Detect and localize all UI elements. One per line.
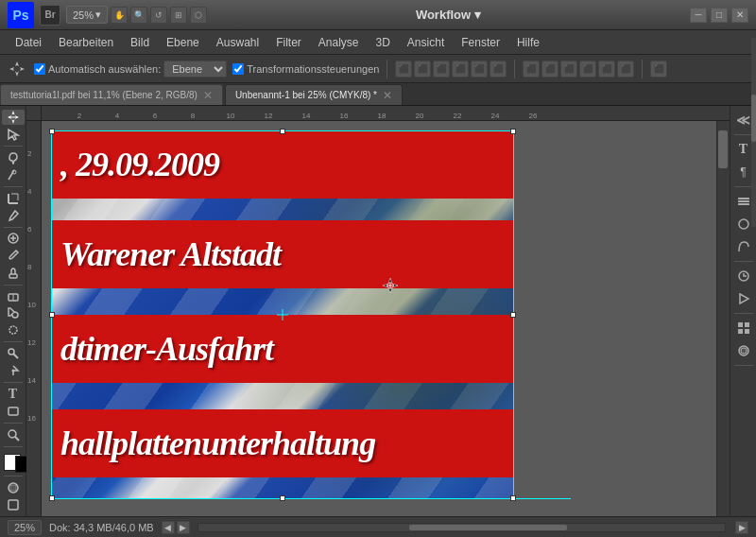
bridge-logo[interactable]: Br bbox=[40, 5, 60, 26]
right-panel: ≪ T ¶ bbox=[730, 106, 756, 516]
opt-sep2 bbox=[514, 60, 515, 78]
auto-align-icon[interactable]: ⬛ bbox=[650, 61, 667, 78]
flyer-text-4: hallplattenunterhaltung bbox=[60, 424, 375, 463]
grid-icon[interactable]: ⊞ bbox=[170, 7, 187, 24]
menu-hilfe[interactable]: Hilfe bbox=[509, 33, 547, 52]
swatches-panel-btn[interactable] bbox=[733, 318, 754, 338]
dist-center-h-icon[interactable]: ⬛ bbox=[541, 61, 558, 78]
svg-rect-29 bbox=[738, 200, 749, 202]
close-button[interactable]: ✕ bbox=[731, 8, 748, 23]
menu-auswahl[interactable]: Auswahl bbox=[209, 33, 266, 52]
history-panel-btn[interactable] bbox=[733, 266, 754, 286]
arrange-icon[interactable]: ⬡ bbox=[190, 7, 207, 24]
workflow-button[interactable]: Workflow ▾ bbox=[416, 8, 481, 22]
dist-right-icon[interactable]: ⬛ bbox=[560, 61, 577, 78]
tab-pdf-close[interactable]: ✕ bbox=[203, 89, 213, 102]
flyer-image: , 29.09.2009 Warener Altstadt dtimer-Aus… bbox=[51, 130, 514, 499]
right-sep2 bbox=[734, 186, 753, 187]
ruler-mark: 10 bbox=[227, 112, 235, 120]
scroll-right[interactable]: ▶ bbox=[735, 521, 748, 534]
text-tool[interactable]: T bbox=[2, 387, 25, 402]
align-bottom-icon[interactable]: ⬛ bbox=[490, 61, 507, 78]
eyedropper-tool[interactable] bbox=[2, 208, 25, 223]
menu-filter[interactable]: Filter bbox=[268, 33, 309, 52]
zoom-display[interactable]: 25% bbox=[8, 520, 42, 535]
actions-panel-btn[interactable] bbox=[733, 288, 754, 309]
align-center-h-icon[interactable]: ⬛ bbox=[414, 61, 431, 78]
hscroll-thumb[interactable] bbox=[409, 525, 567, 530]
tool-sep6 bbox=[4, 382, 23, 383]
nav-prev[interactable]: ◀ bbox=[162, 521, 175, 534]
vscroll-thumb[interactable] bbox=[718, 130, 728, 168]
eraser-tool[interactable] bbox=[2, 288, 25, 303]
svg-rect-30 bbox=[738, 203, 749, 205]
healing-tool[interactable] bbox=[2, 231, 25, 246]
blur-tool[interactable] bbox=[2, 322, 25, 338]
tool-sep1 bbox=[4, 146, 23, 147]
layer-select[interactable]: Ebene Gruppe bbox=[163, 61, 227, 78]
distribute-icons: ⬛ ⬛ ⬛ ⬛ ⬛ ⬛ bbox=[523, 61, 634, 78]
dist-top-icon[interactable]: ⬛ bbox=[579, 61, 596, 78]
lasso-tool[interactable] bbox=[2, 150, 25, 165]
move-tool[interactable] bbox=[2, 110, 25, 125]
right-sep1 bbox=[734, 134, 753, 135]
auto-select-checkbox[interactable] bbox=[34, 63, 45, 75]
menu-bearbeiten[interactable]: Bearbeiten bbox=[51, 33, 121, 52]
dist-center-v-icon[interactable]: ⬛ bbox=[598, 61, 615, 78]
tab-cmyk[interactable]: Unbenannt-1 bei 25% (CMYK/8) * ✕ bbox=[225, 84, 403, 105]
align-right-icon[interactable]: ⬛ bbox=[433, 61, 450, 78]
align-left-icon[interactable]: ⬛ bbox=[395, 61, 412, 78]
pen-tool[interactable] bbox=[2, 363, 25, 378]
right-sep4 bbox=[734, 313, 753, 314]
align-top-icon[interactable]: ⬛ bbox=[452, 61, 469, 78]
magic-wand-tool[interactable] bbox=[2, 167, 25, 182]
svg-marker-1 bbox=[8, 111, 19, 124]
screen-mode-btn[interactable] bbox=[2, 497, 25, 512]
menu-bild[interactable]: Bild bbox=[123, 33, 157, 52]
hand-tool-icon[interactable]: ✋ bbox=[111, 7, 128, 24]
opt-sep3 bbox=[642, 60, 643, 78]
rotate-tool-icon[interactable]: ↺ bbox=[150, 7, 167, 24]
align-center-v-icon[interactable]: ⬛ bbox=[471, 61, 488, 78]
selection-tool[interactable] bbox=[2, 127, 25, 142]
nav-next[interactable]: ▶ bbox=[177, 521, 190, 534]
dodge-tool[interactable] bbox=[2, 346, 25, 361]
styles-panel-btn[interactable] bbox=[733, 340, 754, 361]
tab-pdf[interactable]: testtutoria1l.pdf bei 11,1% (Ebene 2, RG… bbox=[0, 84, 223, 105]
restore-button[interactable]: □ bbox=[711, 8, 728, 23]
menu-3d[interactable]: 3D bbox=[369, 33, 398, 52]
minimize-button[interactable]: ─ bbox=[690, 8, 707, 23]
zoom-canvas-tool[interactable] bbox=[2, 427, 25, 442]
stamp-tool[interactable] bbox=[2, 266, 25, 281]
tool-sep9 bbox=[4, 476, 23, 476]
menu-datei[interactable]: Datei bbox=[8, 33, 49, 52]
zoom-tool-icon[interactable]: 🔍 bbox=[130, 7, 147, 24]
quickmask-toggle[interactable] bbox=[2, 480, 25, 495]
canvas-content[interactable]: , 29.09.2009 Warener Altstadt dtimer-Aus… bbox=[42, 121, 730, 516]
svg-rect-12 bbox=[9, 274, 17, 278]
dist-left-icon[interactable]: ⬛ bbox=[523, 61, 540, 78]
vertical-scrollbar[interactable] bbox=[716, 121, 730, 516]
menu-analyse[interactable]: Analyse bbox=[311, 33, 367, 52]
canvas-area[interactable]: 2 4 6 8 10 12 14 16 18 20 22 24 26 2 4 6… bbox=[26, 106, 730, 516]
zoom-dropdown[interactable]: 25% ▾ bbox=[66, 6, 108, 24]
horizontal-scrollbar[interactable] bbox=[198, 523, 726, 532]
shape-tool[interactable] bbox=[2, 404, 25, 419]
svg-rect-24 bbox=[9, 500, 18, 510]
menu-fenster[interactable]: Fenster bbox=[454, 33, 507, 52]
tab-cmyk-close[interactable]: ✕ bbox=[383, 89, 392, 102]
crop-tool[interactable] bbox=[2, 191, 25, 206]
right-panel-scroll[interactable] bbox=[751, 38, 756, 227]
mini-toolbar: 25% ▾ ✋ 🔍 ↺ ⊞ ⬡ bbox=[66, 6, 207, 24]
status-bar: 25% Dok: 34,3 MB/46,0 MB ◀ ▶ ▶ bbox=[0, 516, 756, 537]
brush-tool[interactable] bbox=[2, 248, 25, 263]
svg-rect-23 bbox=[10, 485, 16, 491]
svg-rect-35 bbox=[745, 322, 749, 327]
menu-ebene[interactable]: Ebene bbox=[159, 33, 207, 52]
transform-checkbox[interactable] bbox=[232, 63, 244, 75]
paths-panel-btn[interactable] bbox=[733, 236, 754, 257]
paint-bucket-tool[interactable] bbox=[2, 305, 25, 320]
dist-bottom-icon[interactable]: ⬛ bbox=[617, 61, 634, 78]
svg-rect-19 bbox=[9, 407, 18, 415]
menu-ansicht[interactable]: Ansicht bbox=[400, 33, 452, 52]
